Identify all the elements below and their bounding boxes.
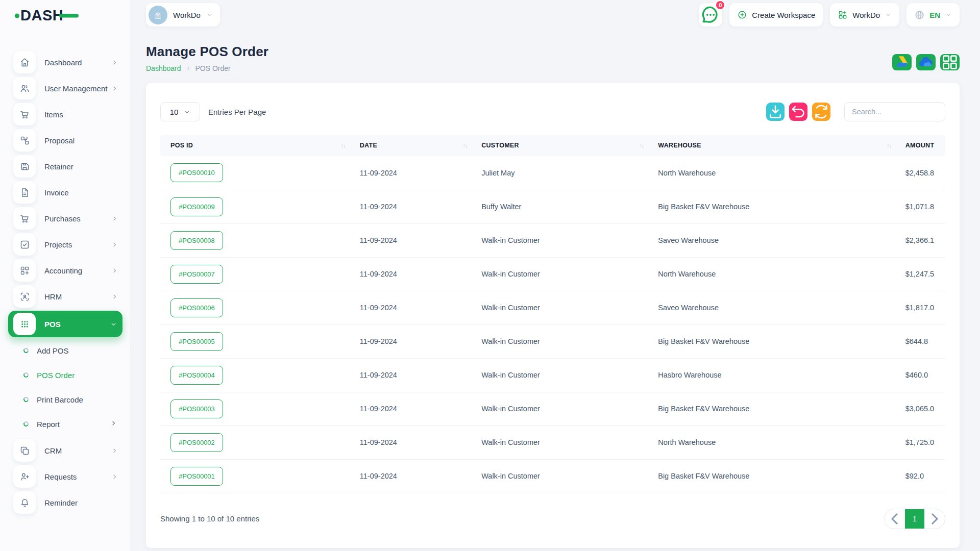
amount-cell: $1,817.0 <box>898 291 945 324</box>
sidebar-item-label: Dashboard <box>44 58 82 67</box>
column-header-date[interactable]: DATE↑↓ <box>353 135 474 156</box>
warehouse-cell: Saveo Warehouse <box>651 223 898 257</box>
sidebar-item-accounting[interactable]: Accounting <box>8 259 124 282</box>
content: Manage POS Order Dashboard POS Order <box>146 30 960 551</box>
date-cell: 11-09-2024 <box>353 223 474 257</box>
workdo-menu-label: WorkDo <box>852 11 880 19</box>
pos-id-link[interactable]: #POS00004 <box>170 366 223 385</box>
sidebar-item-add-pos[interactable]: Add POS <box>0 338 131 363</box>
grid-layout-button[interactable] <box>940 54 960 70</box>
sidebar-item-user-management[interactable]: User Management <box>8 77 124 100</box>
sidebar-item-purchases[interactable]: Purchases <box>8 207 124 230</box>
column-header-customer[interactable]: CUSTOMER↑↓ <box>474 135 651 156</box>
entries-per-page-select[interactable]: 10 <box>160 102 200 121</box>
prev-page-button[interactable] <box>885 509 905 529</box>
brand-logo[interactable]: DASH <box>0 0 131 30</box>
create-workspace-button[interactable]: Create Workspace <box>729 3 823 27</box>
language-button[interactable]: EN <box>906 3 960 27</box>
sidebar-item-retainer[interactable]: Retainer <box>8 155 124 178</box>
undo-button[interactable] <box>789 103 807 121</box>
sidebar-item-label: Invoice <box>44 188 69 197</box>
sidebar-item-hrm[interactable]: HRM <box>8 285 124 308</box>
table-row: #POS0000711-09-2024Walk-in CustomerNorth… <box>160 257 945 291</box>
breadcrumb-dashboard-link[interactable]: Dashboard <box>146 64 181 72</box>
onedrive-icon <box>916 53 936 72</box>
customer-cell: Walk-in Customer <box>474 324 651 358</box>
pos-id-link[interactable]: #POS00005 <box>170 332 223 351</box>
search-input[interactable] <box>844 102 945 121</box>
amount-cell: $92.0 <box>898 459 945 493</box>
sort-icon[interactable]: ↑↓ <box>341 142 346 148</box>
column-header-warehouse[interactable]: WAREHOUSE↑↓ <box>651 135 898 156</box>
notification-badge: 0 <box>715 0 725 10</box>
topbar-actions: 0 Create Workspace WorkDo EN <box>699 3 960 27</box>
column-header-amount[interactable]: AMOUNT <box>898 135 945 156</box>
column-header-pos-id[interactable]: POS ID↑↓ <box>160 135 353 156</box>
sidebar-item-label: Add POS <box>37 346 69 355</box>
pos-id-link[interactable]: #POS00002 <box>170 433 223 452</box>
sidebar-item-label: Print Barcode <box>37 395 83 404</box>
crm-icon <box>19 445 30 456</box>
google-drive-button[interactable] <box>892 54 912 70</box>
sidebar-item-label: Purchases <box>44 214 81 223</box>
amount-cell: $1,071.8 <box>898 190 945 223</box>
sidebar-item-projects[interactable]: Projects <box>8 233 124 256</box>
pos-id-link[interactable]: #POS00010 <box>170 163 223 182</box>
icon-card <box>13 465 36 488</box>
breadcrumb-current: POS Order <box>195 64 231 72</box>
chevron-right-icon <box>111 241 118 248</box>
sidebar-item-print-barcode[interactable]: Print Barcode <box>0 387 131 412</box>
svg-text:DASH: DASH <box>20 7 63 23</box>
sidebar-item-dashboard[interactable]: Dashboard <box>8 51 124 74</box>
refresh-button[interactable] <box>812 103 830 121</box>
current-page[interactable]: 1 <box>905 509 924 529</box>
pos-id-link[interactable]: #POS00006 <box>170 298 223 317</box>
customer-cell: Buffy Walter <box>474 190 651 223</box>
table-row: #POS0000511-09-2024Walk-in CustomerBig B… <box>160 324 945 358</box>
icon-card <box>13 129 36 152</box>
sort-icon[interactable]: ↑↓ <box>887 142 891 148</box>
sidebar-item-requests[interactable]: Requests <box>8 465 124 488</box>
pos-id-link[interactable]: #POS00009 <box>170 197 223 216</box>
workspace-label: WorkDo <box>173 11 201 19</box>
warehouse-cell: Big Basket F&V Warehouse <box>651 459 898 493</box>
sidebar-nav: DashboardUser ManagementItemsProposalRet… <box>0 30 131 514</box>
date-cell: 11-09-2024 <box>353 459 474 493</box>
pos-id-link[interactable]: #POS00001 <box>170 467 223 486</box>
sidebar-item-crm[interactable]: CRM <box>8 439 124 462</box>
customer-cell: Walk-in Customer <box>474 257 651 291</box>
export-download-button[interactable] <box>766 103 785 121</box>
table-header: POS ID↑↓DATE↑↓CUSTOMER↑↓WAREHOUSE↑↓AMOUN… <box>160 135 945 156</box>
icon-card <box>13 439 36 462</box>
onedrive-button[interactable] <box>916 54 936 70</box>
icon-card <box>13 491 36 514</box>
next-page-button[interactable] <box>924 509 945 529</box>
amount-cell: $644.8 <box>898 324 945 358</box>
sort-icon[interactable]: ↑↓ <box>463 142 468 148</box>
sidebar-item-proposal[interactable]: Proposal <box>8 129 124 152</box>
sidebar-item-pos-order[interactable]: POS Order <box>0 363 131 387</box>
bullet-icon <box>23 372 29 378</box>
pos-id-link[interactable]: #POS00008 <box>170 231 223 250</box>
workdo-menu-button[interactable]: WorkDo <box>830 3 899 27</box>
sort-icon[interactable]: ↑↓ <box>640 142 644 148</box>
chat-button[interactable]: 0 <box>699 3 722 27</box>
warehouse-cell: Saveo Warehouse <box>651 291 898 324</box>
icon-card <box>13 313 36 335</box>
sidebar-item-invoice[interactable]: Invoice <box>8 181 124 204</box>
sidebar-item-reminder[interactable]: Reminder <box>8 491 124 514</box>
plus-circle-icon <box>737 10 747 20</box>
pos-id-link[interactable]: #POS00003 <box>170 399 223 418</box>
sidebar-item-pos[interactable]: POS <box>8 311 122 337</box>
chevron-down-icon <box>945 11 952 18</box>
sidebar-item-items[interactable]: Items <box>8 103 124 126</box>
date-cell: 11-09-2024 <box>353 324 474 358</box>
pos-id-link[interactable]: #POS00007 <box>170 265 223 284</box>
sidebar-item-label: Retainer <box>44 162 74 171</box>
workspace-switcher[interactable]: WorkDo <box>146 3 220 27</box>
date-cell: 11-09-2024 <box>353 190 474 223</box>
chevron-down-icon <box>885 11 892 18</box>
sidebar-item-report[interactable]: Report <box>0 412 131 436</box>
warehouse-cell: North Warehouse <box>651 425 898 459</box>
entries-per-page-label: Entries Per Page <box>208 108 266 116</box>
